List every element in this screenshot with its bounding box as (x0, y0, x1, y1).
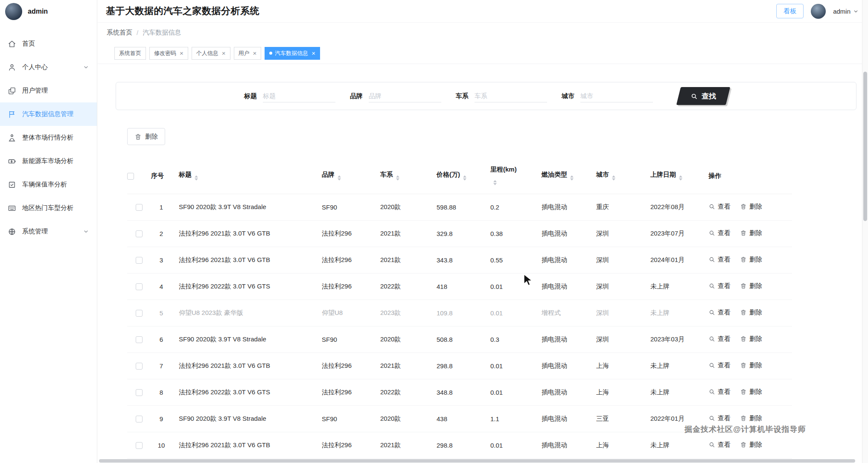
cell-index: 5 (151, 300, 172, 326)
view-button[interactable]: 查看 (708, 335, 731, 343)
sidebar-item-3[interactable]: 汽车数据信息管理 (0, 102, 97, 126)
cell-brand: 法拉利296 (315, 247, 373, 273)
sort-carets-icon[interactable] (338, 174, 341, 182)
tag-label: 汽车数据信息 (275, 50, 308, 57)
row-checkbox[interactable] (136, 257, 143, 264)
view-button[interactable]: 查看 (708, 256, 731, 264)
search-input-1[interactable] (369, 90, 441, 102)
cell-index: 1 (151, 194, 172, 220)
sidebar-item-4[interactable]: 整体市场行情分析 (0, 126, 97, 149)
delete-button[interactable]: 删除 (740, 282, 762, 290)
delete-button[interactable]: 删除 (740, 335, 762, 343)
sidebar-item-2[interactable]: 用户管理 (0, 79, 97, 102)
row-checkbox[interactable] (136, 389, 143, 396)
trash-icon (134, 133, 142, 140)
sidebar-item-8[interactable]: 系统管理 (0, 220, 97, 243)
column-header-reg_date[interactable]: 上牌日期 (643, 158, 701, 194)
column-header-mileage[interactable]: 里程(km) (483, 158, 534, 194)
cell-series: 2022款 (373, 379, 429, 405)
tag-3[interactable]: 用户× (234, 47, 262, 60)
row-checkbox[interactable] (136, 363, 143, 370)
close-icon[interactable]: × (312, 50, 315, 56)
header-avatar[interactable] (811, 4, 826, 19)
column-header-brand[interactable]: 品牌 (315, 158, 373, 194)
delete-button[interactable]: 删除 (740, 441, 762, 449)
view-button[interactable]: 查看 (708, 309, 731, 317)
delete-button[interactable]: 删除 (740, 414, 762, 422)
cell-fuel: 插电混动 (534, 352, 589, 379)
cell-series: 2021款 (373, 432, 429, 458)
kanban-button[interactable]: 看板 (776, 4, 804, 18)
search-label-1: 品牌 (350, 92, 363, 100)
tag-2[interactable]: 个人信息× (192, 47, 230, 60)
tag-4[interactable]: 汽车数据信息× (265, 47, 320, 60)
column-header-fuel[interactable]: 燃油类型 (534, 158, 589, 194)
chevron-down-icon (853, 9, 859, 14)
select-all-checkbox[interactable] (127, 173, 134, 180)
row-checkbox[interactable] (136, 310, 143, 317)
tag-1[interactable]: 修改密码× (149, 47, 188, 60)
cell-price: 598.88 (429, 194, 483, 220)
column-header-series[interactable]: 车系 (373, 158, 429, 194)
header-user-menu[interactable]: admin (833, 8, 859, 15)
sort-carets-icon[interactable] (612, 174, 615, 182)
delete-button[interactable]: 删除 (740, 309, 762, 317)
row-checkbox[interactable] (136, 230, 143, 237)
sidebar-avatar (5, 3, 22, 20)
view-button[interactable]: 查看 (708, 414, 731, 422)
close-icon[interactable]: × (222, 50, 226, 56)
cell-fuel: 增程式 (534, 300, 589, 326)
sort-carets-icon[interactable] (463, 174, 466, 182)
row-checkbox[interactable] (136, 442, 143, 449)
sidebar-item-0[interactable]: 首页 (0, 32, 97, 55)
sidebar-item-7[interactable]: 地区热门车型分析 (0, 196, 97, 220)
breadcrumb-separator: / (137, 29, 138, 36)
row-checkbox[interactable] (136, 416, 143, 422)
system-icon (8, 227, 16, 236)
tag-0[interactable]: 系统首页 (114, 47, 146, 60)
view-button[interactable]: 查看 (708, 229, 731, 237)
row-checkbox[interactable] (136, 204, 143, 211)
column-header-city[interactable]: 城市 (589, 158, 643, 194)
column-header-title[interactable]: 标题 (172, 158, 315, 194)
close-icon[interactable]: × (180, 50, 184, 56)
search-group-2: 车系 (456, 90, 547, 102)
checkbox-cell (127, 300, 151, 326)
delete-button[interactable]: 删除 (740, 388, 762, 396)
tag-label: 个人信息 (196, 50, 218, 57)
view-button[interactable]: 查看 (708, 361, 731, 370)
row-checkbox[interactable] (136, 283, 143, 290)
checkbox-cell (127, 326, 151, 352)
horizontal-scrollbar-thumb[interactable] (99, 459, 855, 463)
sidebar-item-5[interactable]: 新能源车市场分析 (0, 149, 97, 173)
view-button[interactable]: 查看 (708, 203, 731, 211)
view-button[interactable]: 查看 (708, 388, 731, 396)
view-button[interactable]: 查看 (708, 282, 731, 290)
cell-series: 2021款 (373, 352, 429, 379)
row-checkbox[interactable] (136, 336, 143, 343)
sort-carets-icon[interactable] (396, 174, 399, 182)
search-input-3[interactable] (580, 90, 653, 102)
breadcrumb-home[interactable]: 系统首页 (107, 29, 132, 37)
sidebar-item-1[interactable]: 个人中心 (0, 55, 97, 79)
cell-reg_date: 未上牌 (643, 300, 701, 326)
delete-button[interactable]: 删除 (740, 203, 762, 211)
bulk-delete-button[interactable]: 删除 (127, 128, 165, 145)
delete-button[interactable]: 删除 (740, 361, 762, 370)
cell-mileage: 1.1 (483, 405, 534, 432)
sidebar-item-6[interactable]: 车辆保值率分析 (0, 173, 97, 196)
delete-button[interactable]: 删除 (740, 229, 762, 237)
sort-carets-icon[interactable] (679, 174, 682, 182)
search-input-0[interactable] (263, 90, 335, 102)
search-button[interactable]: 查找 (676, 87, 730, 105)
cell-reg_date: 未上牌 (643, 432, 701, 458)
vertical-scrollbar-thumb[interactable] (863, 72, 867, 221)
view-button[interactable]: 查看 (708, 441, 731, 449)
sort-carets-icon[interactable] (570, 174, 574, 182)
close-icon[interactable]: × (253, 50, 257, 56)
sort-carets-icon[interactable] (493, 178, 497, 187)
search-input-2[interactable] (475, 90, 547, 102)
column-header-price[interactable]: 价格(万) (429, 158, 483, 194)
delete-button[interactable]: 删除 (740, 256, 762, 264)
sort-carets-icon[interactable] (195, 174, 198, 182)
